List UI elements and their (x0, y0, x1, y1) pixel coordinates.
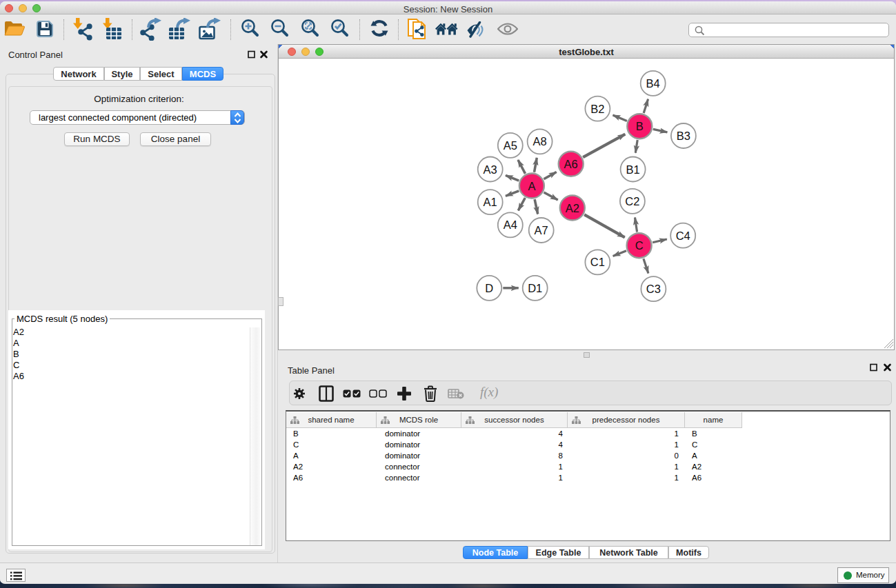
svg-text:B4: B4 (646, 77, 660, 90)
svg-text:B3: B3 (677, 130, 690, 142)
svg-text:A4: A4 (504, 219, 517, 231)
svg-text:D1: D1 (528, 282, 542, 294)
svg-text:A7: A7 (535, 224, 548, 236)
svg-text:A1: A1 (484, 196, 497, 208)
svg-text:D: D (485, 282, 493, 294)
svg-text:A3: A3 (484, 163, 497, 176)
svg-text:C: C (635, 239, 644, 252)
svg-text:B2: B2 (590, 103, 604, 115)
svg-text:A5: A5 (504, 139, 517, 152)
svg-text:A2: A2 (566, 202, 579, 214)
svg-text:C4: C4 (676, 230, 690, 242)
svg-text:A: A (528, 180, 535, 192)
svg-text:B: B (636, 120, 644, 132)
svg-text:C3: C3 (646, 283, 661, 295)
svg-text:A8: A8 (533, 135, 547, 148)
svg-text:A6: A6 (564, 158, 578, 170)
svg-text:C2: C2 (625, 195, 639, 207)
svg-text:B1: B1 (626, 163, 640, 176)
svg-text:C1: C1 (590, 256, 605, 268)
